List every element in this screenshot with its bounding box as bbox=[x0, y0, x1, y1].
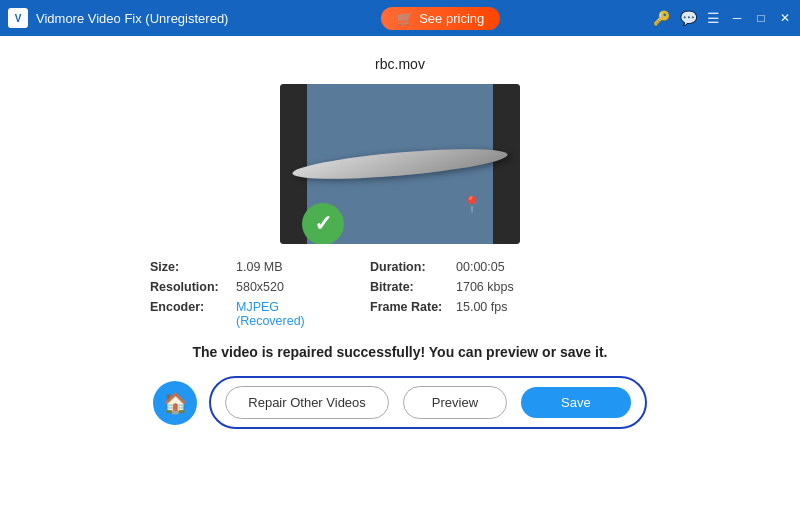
repair-other-videos-button[interactable]: Repair Other Videos bbox=[225, 386, 389, 419]
resolution-value: 580x520 bbox=[236, 280, 284, 294]
title-bar-left: V Vidmore Video Fix (Unregistered) bbox=[8, 8, 228, 28]
video-filename: rbc.mov bbox=[375, 56, 425, 72]
success-message: The video is repaired successfully! You … bbox=[193, 344, 608, 360]
action-buttons-container: Repair Other Videos Preview Save bbox=[209, 376, 646, 429]
duration-label: Duration: bbox=[370, 260, 450, 274]
title-bar-center: 🛒 See pricing bbox=[228, 7, 653, 30]
encoder-value: MJPEG (Recovered) bbox=[236, 300, 350, 328]
preview-button[interactable]: Preview bbox=[403, 386, 507, 419]
minimize-button[interactable]: ─ bbox=[730, 11, 744, 25]
maximize-button[interactable]: □ bbox=[754, 11, 768, 25]
duration-value: 00:00:05 bbox=[456, 260, 505, 274]
menu-icon[interactable]: ☰ bbox=[707, 10, 720, 26]
bitrate-value: 1706 kbps bbox=[456, 280, 514, 294]
info-grid: Size: 1.09 MB Duration: 00:00:05 Resolut… bbox=[150, 260, 650, 328]
resolution-row: Resolution: 580x520 bbox=[150, 280, 350, 294]
success-badge: ✓ bbox=[302, 203, 344, 244]
home-button[interactable]: 🏠 bbox=[153, 381, 197, 425]
video-thumbnail-blob bbox=[291, 143, 508, 185]
bitrate-row: Bitrate: 1706 kbps bbox=[370, 280, 570, 294]
bitrate-label: Bitrate: bbox=[370, 280, 450, 294]
see-pricing-button[interactable]: 🛒 See pricing bbox=[381, 7, 500, 30]
close-button[interactable]: ✕ bbox=[778, 11, 792, 25]
key-icon[interactable]: 🔑 bbox=[653, 10, 670, 26]
framerate-label: Frame Rate: bbox=[370, 300, 450, 314]
size-row: Size: 1.09 MB bbox=[150, 260, 350, 274]
video-sidebar-right bbox=[492, 84, 520, 244]
encoder-row: Encoder: MJPEG (Recovered) bbox=[150, 300, 350, 328]
title-bar: V Vidmore Video Fix (Unregistered) 🛒 See… bbox=[0, 0, 800, 36]
checkmark-icon: ✓ bbox=[314, 213, 332, 235]
pin-icon: 📍 bbox=[462, 196, 482, 213]
app-title: Vidmore Video Fix (Unregistered) bbox=[36, 11, 228, 26]
framerate-value: 15.00 fps bbox=[456, 300, 507, 314]
size-value: 1.09 MB bbox=[236, 260, 283, 274]
home-icon: 🏠 bbox=[163, 391, 188, 415]
main-content: rbc.mov ✓ 📍 Size: 1.09 MB Duration: 00:0… bbox=[0, 36, 800, 445]
title-bar-right: 🔑 💬 ☰ ─ □ ✕ bbox=[653, 10, 792, 26]
resolution-label: Resolution: bbox=[150, 280, 230, 294]
encoder-label: Encoder: bbox=[150, 300, 230, 314]
chat-icon[interactable]: 💬 bbox=[680, 10, 697, 26]
cart-icon: 🛒 bbox=[397, 11, 413, 26]
action-area: 🏠 Repair Other Videos Preview Save bbox=[30, 376, 770, 429]
save-button[interactable]: Save bbox=[521, 387, 631, 418]
pin-marker: 📍 bbox=[462, 195, 482, 214]
framerate-row: Frame Rate: 15.00 fps bbox=[370, 300, 570, 328]
duration-row: Duration: 00:00:05 bbox=[370, 260, 570, 274]
video-preview: ✓ 📍 bbox=[280, 84, 520, 244]
size-label: Size: bbox=[150, 260, 230, 274]
app-logo: V bbox=[8, 8, 28, 28]
